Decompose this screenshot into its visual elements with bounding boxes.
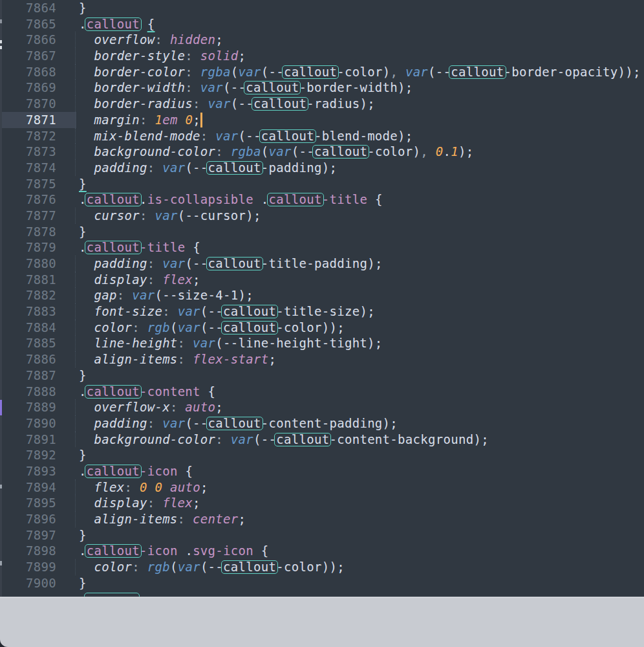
code-line[interactable]: 7897} <box>0 527 644 543</box>
code-text: .callout-icon { <box>76 463 193 479</box>
line-number: 7897 <box>0 527 76 543</box>
find-match-box-clipped <box>84 593 140 597</box>
indent-guide <box>75 272 76 288</box>
code-line[interactable]: 7896 align-items: center; <box>0 511 644 527</box>
code-line[interactable]: 7876.callout.is-collapsible .callout-tit… <box>0 192 644 208</box>
code-text: border-style: solid; <box>76 48 246 64</box>
line-number: 7871 <box>0 112 76 128</box>
find-match-highlight: callout <box>314 144 367 159</box>
code-line[interactable]: 7898.callout-icon .svg-icon { <box>0 543 644 559</box>
line-number: 7885 <box>0 335 76 351</box>
line-number: 7894 <box>0 479 76 496</box>
line-number: 7898 <box>0 543 76 559</box>
code-line[interactable]: 7899 color: rgb(var(--callout-color)); <box>0 559 644 575</box>
code-line[interactable]: 7891 background-color: var(--callout-con… <box>0 432 644 448</box>
code-line[interactable]: 7881 display: flex; <box>0 272 644 288</box>
line-number: 7892 <box>0 447 76 463</box>
code-line[interactable]: 7887} <box>0 367 644 384</box>
code-text: border-radius: var(--callout-radius); <box>76 96 375 112</box>
code-line[interactable]: 7865.callout { <box>0 16 644 32</box>
line-number: 7874 <box>0 160 76 176</box>
code-text: gap: var(--size-4-1); <box>76 287 253 303</box>
code-line[interactable]: 7900} <box>0 575 644 591</box>
code-line[interactable]: 7894 flex: 0 0 auto; <box>0 479 644 496</box>
code-line[interactable]: 7878} <box>0 224 644 240</box>
code-line[interactable]: 7879.callout-title { <box>0 239 644 256</box>
find-match-highlight: callout <box>253 96 306 111</box>
edge-mark <box>0 19 2 23</box>
line-number: 7872 <box>0 128 76 144</box>
code-line[interactable]: 7869 border-width: var(--callout-border-… <box>0 80 644 96</box>
line-number: 7888 <box>0 384 76 400</box>
line-number: 7889 <box>0 399 76 415</box>
code-text: padding: var(--callout-content-padding); <box>76 415 398 432</box>
code-text: border-color: rgba(var(--callout-color),… <box>76 64 641 80</box>
find-match-highlight: callout <box>451 65 504 79</box>
indent-guide <box>75 48 76 64</box>
code-line[interactable]: 7877 cursor: var(--cursor); <box>0 208 644 224</box>
code-text: border-width: var(--callout-border-width… <box>76 80 413 96</box>
indent-guide <box>75 399 76 415</box>
code-line[interactable]: 7880 padding: var(--callout-title-paddin… <box>0 256 644 272</box>
code-line[interactable]: 7889 overflow-x: auto; <box>0 399 644 415</box>
code-line[interactable]: 7875} <box>0 176 644 192</box>
indent-guide <box>75 144 76 160</box>
code-line[interactable]: 7870 border-radius: var(--callout-radius… <box>0 96 644 112</box>
code-text: } <box>76 527 87 543</box>
find-match-highlight: callout <box>87 240 140 254</box>
indent-guide <box>75 479 76 496</box>
edge-mark <box>0 40 2 43</box>
edge-mark <box>0 485 2 488</box>
indent-guide <box>75 128 76 144</box>
code-rows[interactable]: 7864}7865.callout {7866 overflow: hidden… <box>0 0 644 591</box>
code-text: } <box>76 0 87 16</box>
find-match-highlight: callout <box>208 160 261 175</box>
code-line[interactable]: 7882 gap: var(--size-4-1); <box>0 287 644 303</box>
code-text: color: rgb(var(--callout-color)); <box>76 320 345 336</box>
code-line[interactable]: 7867 border-style: solid; <box>0 48 644 64</box>
code-text: font-size: var(--callout-title-size); <box>76 303 375 320</box>
code-line[interactable]: 7893.callout-icon { <box>0 463 644 479</box>
code-line[interactable]: 7883 font-size: var(--callout-title-size… <box>0 303 644 320</box>
code-line[interactable]: 7892} <box>0 447 644 463</box>
code-text: } <box>76 575 87 591</box>
find-match-highlight: callout <box>276 432 329 446</box>
code-line[interactable]: 7864} <box>0 0 644 16</box>
find-match-highlight: callout <box>87 384 140 399</box>
code-line[interactable]: 7874 padding: var(--callout-padding); <box>0 160 644 176</box>
indent-guide <box>75 256 76 272</box>
find-match-highlight: callout <box>246 80 299 94</box>
code-line[interactable]: 7886 align-items: flex-start; <box>0 351 644 367</box>
line-number: 7873 <box>0 144 76 160</box>
indent-guide <box>75 80 76 96</box>
code-text: overflow-x: auto; <box>76 399 223 415</box>
indent-guide <box>75 415 76 432</box>
code-text: .callout-content { <box>76 384 215 400</box>
indent-guide <box>75 432 76 448</box>
code-line[interactable]: 7884 color: rgb(var(--callout-color)); <box>0 320 644 336</box>
code-line[interactable]: 7888.callout-content { <box>0 384 644 400</box>
code-line[interactable]: 7868 border-color: rgba(var(--callout-co… <box>0 64 644 80</box>
line-number: 7887 <box>0 367 76 384</box>
line-number: 7877 <box>0 208 76 224</box>
code-line[interactable]: 7871 margin: 1em 0; <box>0 112 644 128</box>
indent-guide <box>75 208 76 224</box>
code-text: mix-blend-mode: var(--callout-blend-mode… <box>76 128 413 144</box>
code-line[interactable]: 7895 display: flex; <box>0 495 644 511</box>
code-text: } <box>76 447 87 463</box>
line-number: 7870 <box>0 96 76 112</box>
code-line[interactable]: 7890 padding: var(--callout-content-padd… <box>0 415 644 432</box>
line-number: 7864 <box>0 0 76 16</box>
code-line[interactable]: 7872 mix-blend-mode: var(--callout-blend… <box>0 128 644 144</box>
indent-guide <box>75 303 76 320</box>
code-line[interactable]: 7866 overflow: hidden; <box>0 32 644 48</box>
line-number: 7867 <box>0 48 76 64</box>
code-line[interactable]: 7885 line-height: var(--line-height-tigh… <box>0 335 644 351</box>
code-text: } <box>76 367 87 384</box>
indent-guide <box>75 320 76 336</box>
find-panel: .* Aa “” 152 matches <box>0 597 644 647</box>
find-match-highlight: callout <box>208 256 261 270</box>
code-line[interactable]: 7873 background-color: rgba(var(--callou… <box>0 144 644 160</box>
code-editor[interactable]: 7864}7865.callout {7866 overflow: hidden… <box>0 0 644 597</box>
code-text: background-color: var(--callout-content-… <box>76 432 489 448</box>
